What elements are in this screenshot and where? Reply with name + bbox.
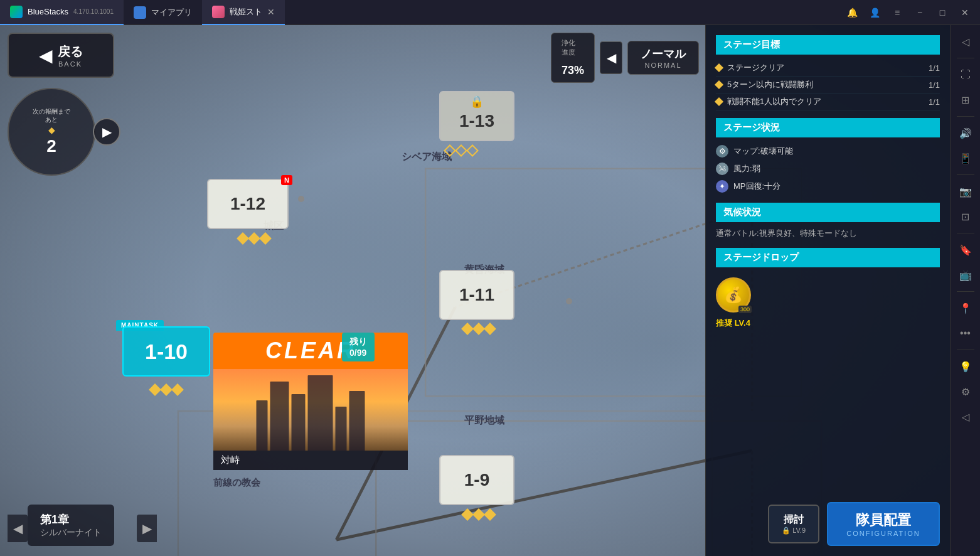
stage-node-1-13[interactable]: 🔒 1-13 <box>439 91 514 141</box>
progress-area: 浄化 進度 73% ◀ ノーマル NORMAL <box>551 33 699 83</box>
objective-text-3: 戦闘不能1人以内でクリア <box>727 96 821 107</box>
menu-icon[interactable]: ≡ <box>887 3 907 23</box>
diamond-1 <box>444 144 456 157</box>
account-icon[interactable]: 👤 <box>865 3 885 23</box>
clear-popup[interactable]: CLEAR 対峙 <box>213 333 408 470</box>
sidebar-gallery-icon[interactable]: 🔖 <box>954 238 977 261</box>
diamond-1 <box>237 232 249 245</box>
chapter-prev-button[interactable]: ◀ <box>8 515 28 542</box>
sidebar-settings-icon[interactable]: ⚙ <box>954 380 977 403</box>
coin-icon: 💰 300 <box>716 277 751 313</box>
chapter-next-button[interactable]: ▶ <box>137 515 157 542</box>
mode-box: ノーマル NORMAL <box>627 41 699 75</box>
status-item-mp: ✦ MP回復:十分 <box>716 178 940 195</box>
mode-ja: ノーマル <box>641 46 686 61</box>
diamond-3 <box>171 383 184 396</box>
stage-1-12-diamonds <box>238 234 270 243</box>
objectives-section: ステージ目標 ステージクリア 1/1 5ターン以内に戦闘勝利 1/1 戦闘不能1… <box>716 35 940 110</box>
sidebar-resize-icon[interactable]: ⊞ <box>954 88 977 111</box>
bluestacks-icon <box>10 6 23 18</box>
status-section: ステージ状況 ⚙ マップ:破壊可能 🌬 風力:弱 ✦ MP回復:十分 <box>716 118 940 195</box>
chapter-title: 第1章 <box>40 512 102 527</box>
weather-text: 通常バトル:視界良好、特殊モードなし <box>716 227 940 240</box>
sidebar-divider-2 <box>957 116 974 117</box>
clear-footer: 対峙 <box>213 451 408 470</box>
myapp-icon <box>134 6 146 19</box>
sidebar-record-icon[interactable]: ⊡ <box>954 205 977 228</box>
building-3 <box>292 394 306 451</box>
diamond-2 <box>472 508 485 521</box>
reward-label: 次の報酬まで あと <box>33 107 70 124</box>
reward-diamond-icon: ◆ <box>48 125 55 135</box>
progress-value: 73% <box>562 57 584 77</box>
title-bar-right: 🔔 👤 ≡ − □ ✕ <box>842 3 980 23</box>
objective-text-1: ステージクリア <box>727 62 784 73</box>
drop-section: ステージドロップ 💰 300 推奨 LV.4 <box>716 248 940 329</box>
tab-bluestacks[interactable]: BlueStacks 4.170.10.1001 <box>0 0 124 25</box>
sidebar-tv-icon[interactable]: 📺 <box>954 264 977 286</box>
minimize-button[interactable]: − <box>910 3 930 23</box>
building-4 <box>308 375 333 451</box>
stage-1-10-diamonds <box>151 385 182 394</box>
stage-node-1-9[interactable]: 1-9 <box>439 455 514 505</box>
game-viewport: シベア海域 黄昏海域 平野地域 城区 🔒 1-13 N 1-12 1-11 MA… <box>0 25 950 556</box>
sidebar-exit-icon[interactable]: ◁ <box>954 405 977 428</box>
game-icon <box>212 6 225 18</box>
stage-node-1-11[interactable]: 1-11 <box>439 270 514 320</box>
config-en: CONFIGURATION <box>846 530 921 537</box>
tab-myapp[interactable]: マイアプリ <box>124 0 202 25</box>
drop-level: 推奨 LV.4 <box>716 318 940 329</box>
remaining-badge: 残り 0/99 <box>342 333 375 361</box>
sidebar-screen-icon[interactable]: 📱 <box>954 147 977 169</box>
stage-1-13-label: 1-13 <box>459 111 494 131</box>
back-button[interactable]: ◀ 戻る BACK <box>8 33 114 78</box>
sidebar-fullscreen-icon[interactable]: ⛶ <box>954 63 977 86</box>
status-wind-text: 風力:弱 <box>733 163 760 174</box>
maximize-button[interactable]: □ <box>932 3 952 23</box>
back-text: 戻る BACK <box>58 43 83 68</box>
drop-item: 💰 300 <box>716 272 940 318</box>
sweep-button[interactable]: 掃討 🔒 LV.9 <box>768 505 819 543</box>
sidebar-more-icon[interactable]: ••• <box>954 322 977 345</box>
sidebar-camera-icon[interactable]: 📷 <box>954 180 977 203</box>
stage-1-11-label: 1-11 <box>459 285 494 305</box>
diamond-1 <box>461 323 474 335</box>
sidebar-divider-3 <box>957 174 974 175</box>
building-5 <box>336 407 347 451</box>
objectives-title: ステージ目標 <box>716 35 940 55</box>
close-button[interactable]: ✕ <box>955 3 975 23</box>
sidebar-volume-icon[interactable]: 🔊 <box>954 122 977 144</box>
tab-game[interactable]: 戦姫スト ✕ <box>202 0 285 25</box>
diamond-bullet-2 <box>715 80 723 89</box>
sidebar-brightness-icon[interactable]: 💡 <box>954 355 977 378</box>
reward-next-button[interactable]: ▶ <box>93 118 120 146</box>
mode-en: NORMAL <box>641 61 686 69</box>
sidebar-location-icon[interactable]: 📍 <box>954 297 977 319</box>
sidebar-divider-5 <box>957 291 974 292</box>
notification-icon[interactable]: 🔔 <box>842 3 862 23</box>
objective-text-2: 5ターン以内に戦闘勝利 <box>727 79 813 90</box>
building-6 <box>349 391 365 451</box>
tab-close-icon[interactable]: ✕ <box>267 7 275 17</box>
config-ja: 隊員配置 <box>846 511 921 530</box>
stage-node-1-10[interactable]: 1-10 <box>122 326 210 377</box>
sidebar-expand-icon[interactable]: ◁ <box>954 30 977 53</box>
config-button[interactable]: 隊員配置 CONFIGURATION <box>827 502 940 546</box>
chapter-subtitle: シルバーナイト <box>40 527 102 538</box>
diamond-2 <box>160 383 173 396</box>
back-ja: 戻る <box>58 43 83 60</box>
diamond-2 <box>248 232 260 245</box>
status-mp-text: MP回復:十分 <box>733 181 780 192</box>
node-dot-1-11-area <box>566 298 572 304</box>
mode-chevron-button[interactable]: ◀ <box>600 41 622 74</box>
reward-counter: 次の報酬まで あと ◆ 2 <box>8 88 95 176</box>
notif-badge: N <box>281 175 292 185</box>
diamond-bullet-1 <box>715 63 723 72</box>
objective-item-3: 戦闘不能1人以内でクリア 1/1 <box>716 94 940 110</box>
diamond-3 <box>484 508 496 521</box>
clear-stage-name: 対峙 <box>221 454 240 466</box>
version-label: 4.170.10.1001 <box>73 8 114 15</box>
status-map-text: マップ:破壊可能 <box>733 146 793 157</box>
myapp-label: マイアプリ <box>151 7 192 18</box>
stage-node-1-12[interactable]: N 1-12 <box>207 179 289 229</box>
